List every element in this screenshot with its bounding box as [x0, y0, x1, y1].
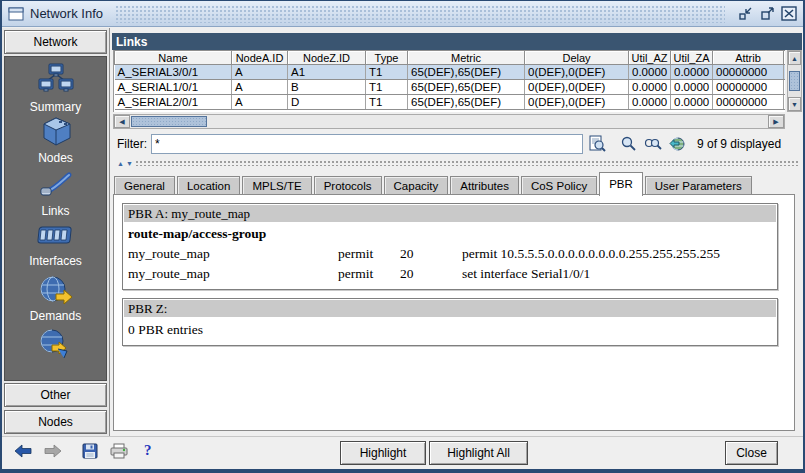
cell[interactable]: A [232, 95, 288, 110]
column-header[interactable]: Type [366, 51, 408, 65]
cell[interactable] [784, 95, 786, 110]
table-header-row: Name NodeA.ID NodeZ.ID Type Metric Delay… [115, 51, 786, 65]
cell[interactable]: T1 [366, 65, 408, 80]
footer: ? Highlight Highlight All Close [2, 436, 803, 469]
tab-capacity[interactable]: Capacity [384, 176, 449, 195]
sidebar-item-nodes[interactable]: Nodes [5, 116, 106, 169]
cell[interactable]: T1 [366, 95, 408, 110]
cell[interactable]: A_SERIAL2/0/1 [115, 95, 232, 110]
highlight-button[interactable]: Highlight [340, 441, 426, 465]
restore-icon[interactable] [737, 6, 753, 22]
sidebar-category-nodes[interactable]: Nodes [4, 410, 107, 434]
search-selected-icon[interactable] [643, 135, 663, 153]
cell[interactable]: 0.0000 [629, 65, 671, 80]
cell[interactable]: 65(DEF),65(DEF) [408, 95, 525, 110]
cell[interactable]: 0.0000 [629, 95, 671, 110]
cell[interactable]: 00000000 [713, 65, 784, 80]
tab-location[interactable]: Location [177, 176, 240, 195]
doc-search-icon[interactable] [587, 135, 607, 153]
close-icon[interactable] [781, 6, 797, 22]
cell[interactable]: 0.0000 [671, 65, 713, 80]
cell[interactable]: 0(DEF),0(DEF) [525, 80, 629, 95]
links-panel-title: Links [112, 33, 802, 50]
globe-search-icon[interactable] [667, 135, 687, 153]
cell[interactable]: 0.0000 [629, 80, 671, 95]
cell[interactable]: 65(DEF),65(DEF) [408, 65, 525, 80]
scroll-down-icon[interactable]: ▼ [788, 97, 801, 111]
column-header[interactable]: Metric [408, 51, 525, 65]
scroll-track[interactable] [208, 115, 768, 128]
split-divider[interactable]: ▲ ▼ [111, 159, 803, 167]
filter-input[interactable] [151, 134, 583, 154]
cell[interactable]: A [232, 80, 288, 95]
cell[interactable]: 00000000 [713, 95, 784, 110]
cell[interactable]: A [232, 65, 288, 80]
column-header[interactable]: NodeZ.ID [288, 51, 366, 65]
table-vertical-scrollbar[interactable]: ▲ ▼ [787, 50, 802, 112]
cell[interactable]: 65(DEF),65(DEF) [408, 80, 525, 95]
collapse-up-icon[interactable]: ▲ [117, 160, 124, 167]
column-header[interactable]: NodeA.ID [232, 51, 288, 65]
sidebar-item-label: Interfaces [29, 254, 82, 268]
displayed-count: 9 of 9 displayed [697, 137, 781, 151]
tab-bar: General Location MPLS/TE Protocols Capac… [113, 170, 801, 195]
cell[interactable] [784, 80, 786, 95]
highlight-all-button[interactable]: Highlight All [429, 441, 528, 465]
cell[interactable]: 0(DEF),0(DEF) [525, 65, 629, 80]
sidebar-category-other[interactable]: Other [4, 383, 107, 407]
help-icon[interactable]: ? [144, 442, 152, 459]
table-horizontal-scrollbar[interactable]: ◀ ▶ [113, 114, 785, 129]
column-header[interactable]: Util_AZ [629, 51, 671, 65]
print-icon[interactable] [110, 443, 128, 459]
tab-user-parameters[interactable]: User Parameters [645, 176, 752, 195]
column-header[interactable]: Delay [525, 51, 629, 65]
table-row[interactable]: A_SERIAL2/0/1 A D T1 65(DEF),65(DEF) 0(D… [115, 95, 786, 110]
collapse-down-icon[interactable]: ▼ [126, 160, 133, 167]
scroll-up-icon[interactable]: ▲ [788, 51, 801, 65]
table-row[interactable]: A_SERIAL3/0/1 A A1 T1 65(DEF),65(DEF) 0(… [115, 65, 786, 80]
filter-row: Filter: [113, 132, 799, 156]
cell[interactable]: 0.0000 [671, 95, 713, 110]
scroll-right-icon[interactable]: ▶ [768, 115, 784, 128]
back-icon[interactable] [14, 444, 32, 458]
save-icon[interactable] [82, 443, 98, 459]
cell[interactable]: A_SERIAL1/0/1 [115, 80, 232, 95]
tab-pbr[interactable]: PBR [599, 172, 643, 196]
sidebar-item-demands[interactable]: Demands [5, 274, 106, 327]
column-header[interactable]: Name [115, 51, 232, 65]
route-map-action: permit [338, 246, 400, 262]
tab-mpls-te[interactable]: MPLS/TE [242, 176, 311, 195]
cell[interactable]: A_SERIAL3/0/1 [115, 65, 232, 80]
column-header[interactable]: Attrib [713, 51, 784, 65]
sidebar-item-summary[interactable]: Summary [5, 63, 106, 116]
search-icon[interactable] [619, 135, 639, 153]
titlebar[interactable]: Network Info [2, 1, 803, 27]
sidebar-item-interfaces[interactable]: Interfaces [5, 221, 106, 274]
column-header[interactable]: Admin [784, 51, 786, 65]
tab-protocols[interactable]: Protocols [314, 176, 382, 195]
cell[interactable]: A1 [288, 65, 366, 80]
tab-cos-policy[interactable]: CoS Policy [521, 176, 597, 195]
forward-icon[interactable] [44, 444, 62, 458]
table-row[interactable]: A_SERIAL1/0/1 A B T1 65(DEF),65(DEF) 0(D… [115, 80, 786, 95]
horizontal-scroll-thumb[interactable] [131, 116, 207, 127]
vertical-scroll-thumb[interactable] [789, 71, 800, 91]
cell[interactable] [784, 65, 786, 80]
cell[interactable]: B [288, 80, 366, 95]
tab-attributes[interactable]: Attributes [450, 176, 519, 195]
sidebar-bottom-buttons: Other Nodes [4, 383, 107, 434]
cell[interactable]: 0.0000 [671, 80, 713, 95]
tab-general[interactable]: General [114, 176, 175, 195]
cell[interactable]: T1 [366, 80, 408, 95]
window-title: Network Info [30, 6, 103, 21]
cell[interactable]: 0(DEF),0(DEF) [525, 95, 629, 110]
sidebar-item-links[interactable]: Links [5, 169, 106, 222]
sidebar-item-partial[interactable] [5, 327, 106, 380]
close-button[interactable]: Close [725, 441, 778, 465]
scroll-left-icon[interactable]: ◀ [114, 115, 130, 128]
cell[interactable]: 00000000 [713, 80, 784, 95]
sidebar-category-network[interactable]: Network [4, 30, 107, 54]
column-header[interactable]: Util_ZA [671, 51, 713, 65]
maximize-icon[interactable] [759, 6, 775, 22]
cell[interactable]: D [288, 95, 366, 110]
